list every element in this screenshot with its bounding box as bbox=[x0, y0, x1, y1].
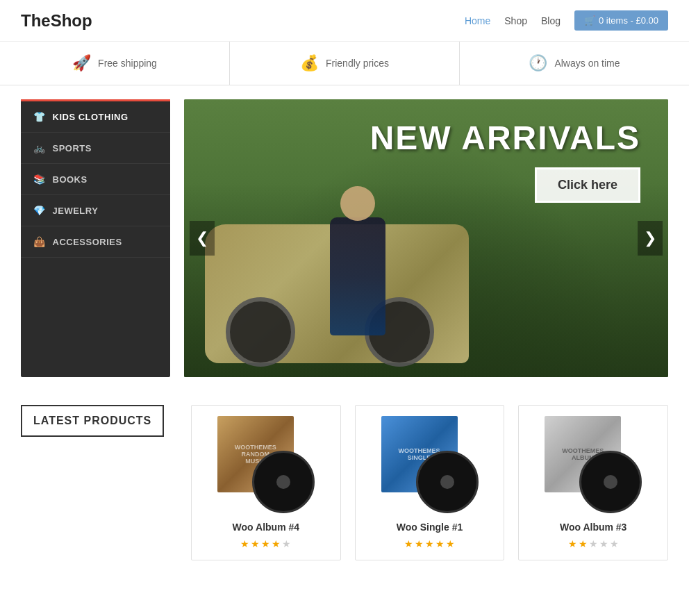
main-content: 👕 Kids Clothing 🚲 Sports 📚 Books 💎 Jewel… bbox=[0, 85, 689, 391]
chevron-left-icon: ❮ bbox=[196, 229, 208, 247]
sidebar-item-books[interactable]: 📚 Books bbox=[21, 164, 170, 195]
product-stars-3: ★ ★ ★ ★ ★ bbox=[529, 538, 657, 549]
sidebar-item-kids-clothing[interactable]: 👕 Kids Clothing bbox=[21, 99, 170, 133]
kids-clothing-icon: 👕 bbox=[33, 111, 46, 122]
album-vinyl-1 bbox=[252, 451, 315, 513]
product-name-3: Woo Album #3 bbox=[529, 522, 657, 533]
products-grid: WOOTHEMESRANDOMMUSIC Woo Album #4 ★ ★ ★ … bbox=[191, 405, 668, 560]
hero-prev-button[interactable]: ❮ bbox=[190, 221, 215, 256]
star-3: ★ bbox=[589, 538, 598, 549]
cart-icon: 🛒 bbox=[584, 15, 595, 26]
product-image-1: WOOTHEMESRANDOMMUSIC bbox=[217, 416, 315, 513]
star-5: ★ bbox=[610, 538, 619, 549]
star-2: ★ bbox=[579, 538, 588, 549]
album-vinyl-3 bbox=[579, 451, 642, 513]
sidebar-item-sports[interactable]: 🚲 Sports bbox=[21, 133, 170, 164]
sidebar-item-label: Books bbox=[53, 174, 88, 185]
clock-icon: 🕐 bbox=[529, 54, 547, 72]
star-4: ★ bbox=[272, 538, 281, 549]
product-card-3[interactable]: WOOTHEMESALBUM Woo Album #3 ★ ★ ★ ★ ★ bbox=[518, 405, 668, 560]
section-title-box: LATEST PRODUCTS bbox=[21, 405, 170, 560]
accessories-icon: 👜 bbox=[33, 236, 46, 247]
product-name-1: Woo Album #4 bbox=[202, 522, 330, 533]
sidebar-item-label: Accessories bbox=[53, 237, 122, 247]
sidebar-item-jewelry[interactable]: 💎 Jewelry bbox=[21, 195, 170, 226]
album-vinyl-2 bbox=[416, 451, 479, 513]
money-icon: 💰 bbox=[300, 54, 319, 72]
sidebar-item-label: Kids Clothing bbox=[53, 112, 128, 122]
sidebar: 👕 Kids Clothing 🚲 Sports 📚 Books 💎 Jewel… bbox=[21, 99, 170, 377]
product-card-1[interactable]: WOOTHEMESRANDOMMUSIC Woo Album #4 ★ ★ ★ … bbox=[191, 405, 341, 560]
hero-banner: NEW ARRIVALS Click here ❮ ❯ bbox=[184, 99, 668, 377]
star-3: ★ bbox=[261, 538, 270, 549]
star-5: ★ bbox=[282, 538, 291, 549]
section-title: LATEST PRODUCTS bbox=[21, 405, 164, 437]
hero-next-button[interactable]: ❯ bbox=[638, 221, 663, 256]
product-stars-2: ★ ★ ★ ★ ★ bbox=[366, 538, 494, 549]
header: TheShop Home Shop Blog 🛒 0 items - £0.00 bbox=[0, 0, 689, 42]
star-1: ★ bbox=[240, 538, 249, 549]
products-section: LATEST PRODUCTS WOOTHEMESRANDOMMUSIC Woo… bbox=[0, 391, 689, 581]
star-1: ★ bbox=[404, 538, 413, 549]
nav-home[interactable]: Home bbox=[465, 15, 490, 26]
star-2: ★ bbox=[251, 538, 260, 549]
hero-title: NEW ARRIVALS bbox=[370, 120, 640, 157]
feature-friendly-prices: 💰 Friendly prices bbox=[230, 42, 460, 85]
main-nav: Home Shop Blog 🛒 0 items - £0.00 bbox=[465, 10, 668, 31]
star-2: ★ bbox=[415, 538, 424, 549]
cart-button[interactable]: 🛒 0 items - £0.00 bbox=[574, 10, 668, 31]
product-name-2: Woo Single #1 bbox=[366, 522, 494, 533]
jewelry-icon: 💎 bbox=[33, 205, 46, 216]
nav-shop[interactable]: Shop bbox=[504, 15, 527, 26]
logo: TheShop bbox=[21, 11, 92, 31]
hero-text-area: NEW ARRIVALS Click here bbox=[370, 120, 640, 203]
feature-always-on-time: 🕐 Always on time bbox=[460, 42, 689, 85]
star-3: ★ bbox=[425, 538, 434, 549]
features-bar: 🚀 Free shipping 💰 Friendly prices 🕐 Alwa… bbox=[0, 42, 689, 85]
album-art-1: WOOTHEMESRANDOMMUSIC bbox=[217, 416, 315, 513]
hero-cta-button[interactable]: Click here bbox=[535, 167, 640, 203]
feature-prices-label: Friendly prices bbox=[326, 58, 389, 69]
product-image-2: WOOTHEMESSINGLE bbox=[381, 416, 479, 513]
feature-time-label: Always on time bbox=[554, 58, 620, 69]
rocket-icon: 🚀 bbox=[72, 54, 91, 72]
cart-label: 0 items - £0.00 bbox=[599, 15, 658, 26]
feature-free-shipping: 🚀 Free shipping bbox=[0, 42, 230, 85]
books-icon: 📚 bbox=[33, 174, 46, 185]
album-art-2: WOOTHEMESSINGLE bbox=[381, 416, 479, 513]
album-art-3: WOOTHEMESALBUM bbox=[545, 416, 642, 513]
sports-icon: 🚲 bbox=[33, 142, 46, 153]
star-1: ★ bbox=[568, 538, 577, 549]
sidebar-item-label: Sports bbox=[53, 143, 92, 153]
product-image-3: WOOTHEMESALBUM bbox=[545, 416, 642, 513]
feature-shipping-label: Free shipping bbox=[98, 58, 157, 69]
product-stars-1: ★ ★ ★ ★ ★ bbox=[202, 538, 330, 549]
product-card-2[interactable]: WOOTHEMESSINGLE Woo Single #1 ★ ★ ★ ★ ★ bbox=[355, 405, 505, 560]
star-5: ★ bbox=[446, 538, 455, 549]
chevron-right-icon: ❯ bbox=[644, 229, 656, 247]
nav-blog[interactable]: Blog bbox=[541, 15, 561, 26]
star-4: ★ bbox=[435, 538, 445, 549]
sidebar-item-label: Jewelry bbox=[53, 206, 99, 216]
star-4: ★ bbox=[599, 538, 608, 549]
sidebar-item-accessories[interactable]: 👜 Accessories bbox=[21, 226, 170, 258]
